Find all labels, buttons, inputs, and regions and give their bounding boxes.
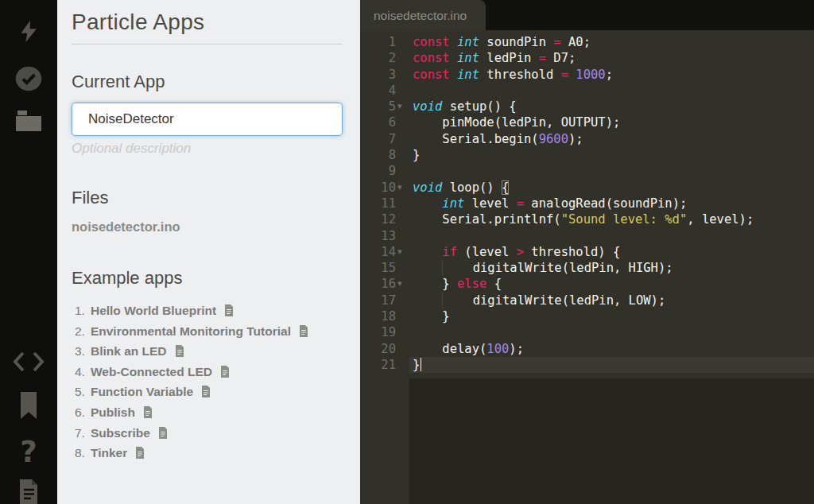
code-line[interactable]: 12 Serial.printlnf("Sound level: %d", le… [360,211,814,227]
line-number: 5 [360,99,396,114]
code-line[interactable]: 21} [360,357,814,373]
code-line[interactable]: 1const int soundPin = A0; [360,34,814,50]
example-app-item[interactable]: 6.Publish [75,402,308,423]
line-number: 1 [360,34,396,50]
help-button[interactable]: ? [0,436,57,467]
code-text: if (level > threshold) { [413,244,620,260]
line-number: 17 [360,293,396,308]
code-line[interactable]: 9 [360,163,814,179]
example-label: Tinker [91,446,127,459]
line-number: 10 [360,180,396,196]
fold-arrow-icon[interactable]: ▾ [397,99,402,114]
files-heading: Files [72,188,108,208]
example-app-item[interactable]: 4.Web-Connected LED [75,362,308,382]
example-app-item[interactable]: 8.Tinker [75,443,308,463]
fold-arrow-icon[interactable]: ▾ [397,276,402,292]
code-text: digitalWrite(ledPin, HIGH); [413,260,673,276]
code-line[interactable]: 4 [360,83,814,99]
code-text: const int ledPin = D7; [413,50,576,66]
file-icon [175,345,184,357]
code-line[interactable]: 17 digitalWrite(ledPin, LOW); [360,293,814,308]
code-line[interactable]: 2const int ledPin = D7; [360,50,814,66]
code-editor: noisedetector.ino 1const int soundPin = … [360,0,814,504]
fold-arrow-icon[interactable]: ▾ [397,180,402,196]
verify-check-icon [15,66,42,95]
code-line[interactable]: 10▾void loop() { [360,180,814,196]
example-number: 6. [75,405,85,419]
code-line[interactable]: 8} [360,147,814,163]
example-label: Subscribe [91,426,150,440]
code-text: Serial.printlnf("Sound level: %d", level… [413,211,754,227]
code-button[interactable] [0,352,57,374]
line-number: 8 [360,147,396,163]
code-text: digitalWrite(ledPin, LOW); [413,293,665,308]
apps-panel: Particle Apps Current App Files noisedet… [57,0,360,504]
example-label: Publish [91,405,135,419]
code-text: void setup() { [413,99,517,114]
example-app-item[interactable]: 7.Subscribe [75,423,308,444]
file-item[interactable]: noisedetector.ino [72,219,180,235]
code-line[interactable]: 11 int level = analogRead(soundPin); [360,196,814,211]
file-icon [299,325,308,337]
example-app-item[interactable]: 3.Blink an LED [75,341,308,362]
file-icon [143,406,153,418]
example-number: 7. [75,426,85,440]
example-app-item[interactable]: 5.Function Variable [75,382,308,402]
libraries-button[interactable] [0,393,57,421]
code-line[interactable]: 7 Serial.begin(9600); [360,131,814,147]
current-app-heading: Current App [72,72,165,92]
example-app-item[interactable]: 1.Hello World Blueprint [75,300,308,321]
example-app-item[interactable]: 2.Environmental Monitoring Tutorial [75,321,308,342]
console-button[interactable] [0,479,57,504]
line-number: 2 [360,50,396,66]
app-name-input[interactable] [72,103,343,136]
example-apps-list: 1.Hello World Blueprint2.Environmental M… [75,300,308,463]
file-icon [135,447,145,459]
code-line[interactable]: 20 delay(100); [360,341,814,357]
verify-button[interactable] [0,68,57,93]
code-text: const int threshold = 1000; [413,67,613,83]
line-number: 18 [360,308,396,324]
icon-sidebar: ? [0,0,57,504]
examples-heading: Example apps [72,268,182,289]
example-label: Function Variable [91,385,193,398]
folder-icon [15,110,42,135]
file-icon [201,386,211,397]
file-icon [224,304,234,316]
code-line[interactable]: 14▾ if (level > threshold) { [360,244,814,260]
code-text: } else { [413,276,502,292]
code-line[interactable]: 18 } [360,308,814,324]
example-number: 2. [75,324,85,338]
save-button[interactable] [0,111,57,134]
flash-button[interactable] [0,19,57,46]
editor-tab[interactable]: noisedetector.ino [360,0,486,30]
line-number: 11 [360,196,396,211]
fold-arrow-icon[interactable]: ▾ [397,244,402,260]
example-number: 1. [75,304,85,317]
code-text: Serial.begin(9600); [413,131,583,147]
help-icon: ? [20,435,37,469]
code-text: } [413,147,420,163]
code-line[interactable]: 19 [360,324,814,340]
line-number: 6 [360,114,396,130]
panel-title: Particle Apps [72,10,204,35]
code-line[interactable]: 5▾void setup() { [360,99,814,114]
example-number: 8. [75,446,85,459]
code-lines[interactable]: 1const int soundPin = A0;2const int ledP… [360,30,814,373]
code-line[interactable]: 3const int threshold = 1000; [360,67,814,83]
code-line[interactable]: 6 pinMode(ledPin, OUTPUT); [360,114,814,130]
code-text: const int soundPin = A0; [413,34,591,50]
code-text: delay(100); [413,341,524,357]
line-number: 21 [360,357,396,373]
text-cursor [421,358,421,371]
example-number: 4. [75,365,85,378]
line-number: 9 [360,163,396,179]
code-line[interactable]: 13 [360,228,814,244]
indent-guide [442,260,443,276]
file-icon [158,427,168,439]
example-number: 3. [75,344,85,358]
code-line[interactable]: 16▾ } else { [360,276,814,292]
app-description-input[interactable] [68,138,343,159]
code-line[interactable]: 15 digitalWrite(ledPin, HIGH); [360,260,814,276]
particle-build-app: ? Particle Apps Current App Files noised… [0,0,814,504]
